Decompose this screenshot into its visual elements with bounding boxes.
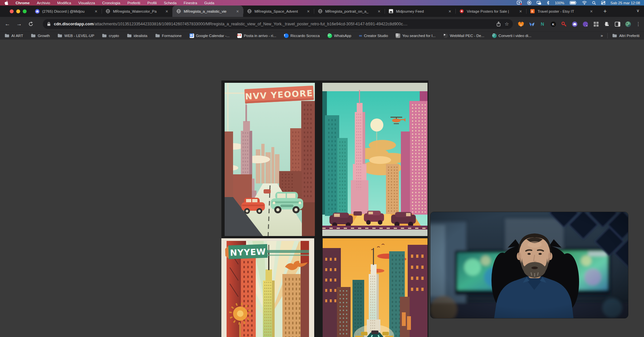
menu-item-visualizza[interactable]: Visualizza — [78, 1, 95, 5]
side-panel-icon[interactable] — [614, 21, 620, 27]
bookmark-ai-art[interactable]: AI ART — [5, 33, 23, 38]
blue-wallet-extension-icon[interactable] — [529, 21, 535, 27]
back-button[interactable]: ← — [3, 21, 12, 27]
menu-item-profili[interactable]: Profili — [147, 1, 157, 5]
bookmark-formazione[interactable]: Formazione — [155, 33, 182, 38]
extensions-row: N K S ⋮ — [518, 17, 641, 31]
profile-avatar[interactable] — [625, 21, 631, 27]
bookmark-label: Riccardo Scrocca — [291, 34, 320, 38]
bookmark-google-calendar[interactable]: 31Google Calendar -... — [190, 33, 230, 38]
tab-title: (2765) Discord | @Midjou — [42, 9, 91, 13]
globe-favicon — [176, 9, 181, 14]
bookmark-other-favorites[interactable]: Altri Preferiti — [612, 33, 639, 38]
bookmark-label: idealista — [134, 34, 147, 38]
tab-vintage-posters[interactable]: Vintage Posters for Sale | × — [455, 6, 526, 17]
bookmark-star-icon[interactable]: ☆ — [505, 21, 509, 27]
phantom-extension-icon[interactable] — [572, 21, 577, 27]
svg-text:31: 31 — [190, 34, 192, 36]
tab-space-adventure[interactable]: MRregista_Space_Advent × — [243, 6, 314, 17]
bookmark-webmail-pec[interactable]: WebMail PEC - De... — [443, 33, 484, 38]
url-text[interactable]: cdn.discordapp.com/attachments/101351233… — [54, 22, 493, 26]
menu-bar-left: Chrome Archivio Modifica Visualizza Cron… — [0, 1, 214, 5]
close-icon[interactable]: × — [306, 9, 311, 14]
n-extension-icon[interactable]: N — [539, 21, 545, 27]
tab-realistic-active[interactable]: MRregista_a_realistic_vie × — [172, 6, 243, 17]
close-icon[interactable]: × — [94, 9, 98, 14]
poster-top-right[interactable] — [322, 83, 427, 236]
address-bar[interactable]: cdn.discordapp.com/attachments/101351233… — [43, 19, 513, 29]
bookmark-converti-video[interactable]: Converti i video di... — [492, 33, 531, 38]
menu-item-scheda[interactable]: Scheda — [164, 1, 177, 5]
bookmark-facebook[interactable]: fRiccardo Scrocca — [284, 33, 320, 38]
apple-icon[interactable] — [5, 1, 8, 5]
forward-button[interactable]: → — [15, 21, 23, 27]
share-icon[interactable] — [496, 21, 501, 27]
display-mirroring-icon[interactable] — [537, 1, 541, 5]
bookmark-crypto[interactable]: crypto — [102, 33, 119, 38]
menu-item-modifica[interactable]: Modifica — [57, 1, 71, 5]
webcam-video — [430, 212, 628, 318]
extensions-puzzle-icon[interactable] — [604, 21, 610, 27]
bookmark-label: Converti i video di... — [499, 34, 531, 38]
menu-item-guida[interactable]: Guida — [204, 1, 214, 5]
poster-bottom-left[interactable]: NYYEW — [221, 238, 314, 337]
grid-extension-icon[interactable] — [593, 21, 599, 27]
bookmark-you-searched[interactable]: You searched for I... — [396, 33, 436, 38]
bookmark-label: You searched for I... — [402, 34, 436, 38]
poster-bottom-right[interactable] — [323, 238, 427, 337]
control-center-icon[interactable] — [601, 1, 605, 5]
reload-button[interactable] — [27, 21, 35, 27]
wifi-icon[interactable] — [582, 1, 587, 5]
screen-record-icon[interactable] — [517, 1, 522, 5]
bluetooth-icon[interactable] — [547, 1, 550, 5]
close-icon[interactable]: × — [377, 9, 381, 14]
midjourney-grid-image[interactable]: NVV YEOORE — [221, 81, 428, 337]
kraken-extension-icon[interactable]: K — [550, 21, 556, 27]
tab-title: Vintage Posters for Sale | — [467, 9, 516, 13]
chrome-menu-icon[interactable]: ⋮ — [636, 21, 641, 27]
convert-icon — [492, 33, 497, 38]
close-window-button[interactable] — [10, 9, 14, 13]
close-icon[interactable]: × — [165, 9, 169, 14]
close-icon[interactable]: × — [518, 9, 523, 14]
spotlight-search-icon[interactable] — [592, 1, 596, 5]
minimize-window-button[interactable] — [16, 9, 20, 13]
tab-portrait[interactable]: MRregista_portrait_on_a_ × — [314, 6, 385, 17]
tab-search-chevron-icon[interactable]: ∨ — [636, 8, 639, 13]
close-icon[interactable]: × — [235, 9, 240, 14]
menu-clock[interactable]: Sab 25 mar 12:08 — [611, 1, 640, 5]
globe-favicon — [247, 9, 252, 14]
etsy-favicon: E — [530, 9, 535, 14]
lastpass-key-extension-icon[interactable] — [561, 21, 567, 27]
bookmarks-overflow-chevron[interactable]: » — [601, 33, 603, 38]
tab-midjourney-feed[interactable]: Midjourney Feed × — [385, 6, 455, 17]
globe-favicon — [105, 9, 110, 14]
close-icon[interactable]: × — [589, 9, 594, 14]
tab-etsy[interactable]: E Travel poster - Etsy IT × — [526, 6, 597, 17]
poster-top-left[interactable]: NVV YEOORE — [225, 83, 315, 236]
bookmark-whatsapp[interactable]: WhatsApp — [328, 33, 351, 38]
close-icon[interactable]: × — [448, 9, 452, 14]
tab-watercolor[interactable]: MRregista_Watercolor_Pa × — [102, 6, 172, 17]
svg-text:K: K — [552, 22, 554, 26]
menu-app-name[interactable]: Chrome — [16, 1, 30, 5]
menu-item-preferiti[interactable]: Preferiti — [127, 1, 140, 5]
metamask-extension-icon[interactable] — [518, 21, 524, 27]
battery-percent[interactable]: 100% — [555, 1, 564, 5]
bookmark-idealista[interactable]: idealista — [127, 33, 147, 38]
tab-discord[interactable]: (2765) Discord | @Midjou × — [31, 6, 102, 17]
maximize-window-button[interactable] — [23, 9, 27, 13]
bookmark-creator-studio[interactable]: ∞Creator Studio — [359, 33, 388, 38]
bookmark-growth[interactable]: Growth — [31, 33, 50, 38]
tab-title: MRregista_portrait_on_a_ — [325, 9, 374, 13]
menu-item-cronologia[interactable]: Cronologia — [102, 1, 120, 5]
bookmark-label: Creator Studio — [364, 34, 388, 38]
record-button-icon[interactable] — [527, 1, 531, 5]
bookmark-web-level-up[interactable]: WEB - LEVEL-UP — [57, 33, 94, 38]
s-purple-extension-icon[interactable]: S — [582, 21, 588, 27]
new-tab-button[interactable]: + — [601, 7, 609, 15]
menu-item-finestra[interactable]: Finestra — [184, 1, 197, 5]
menu-item-archivio[interactable]: Archivio — [37, 1, 50, 5]
bookmark-gmail[interactable]: Posta in arrivo - ri... — [237, 33, 276, 38]
bookmarks-right: » Altri Preferiti — [601, 33, 644, 38]
